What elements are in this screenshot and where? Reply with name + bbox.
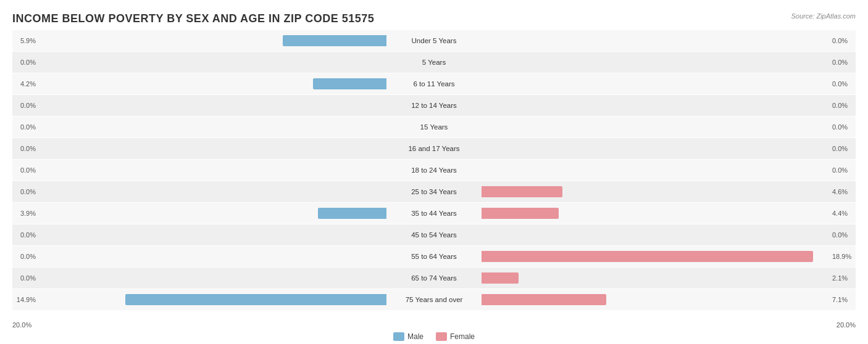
male-value: 0.0%: [12, 123, 36, 131]
female-value: 0.0%: [832, 231, 856, 239]
legend-female: Female: [436, 332, 475, 341]
row-content: 4.2% 6 to 11 Years 0.0%: [12, 73, 856, 94]
female-side: 0.0%: [480, 78, 856, 90]
female-value: 0.0%: [832, 102, 856, 109]
male-value: 0.0%: [12, 145, 36, 152]
male-side: 0.0%: [12, 229, 388, 241]
male-value: 0.0%: [12, 59, 36, 66]
female-side: 0.0%: [480, 99, 856, 112]
female-side: 0.0%: [480, 35, 856, 47]
male-side: 14.9%: [12, 293, 388, 306]
male-bar: [283, 35, 386, 46]
chart-area: 5.9% Under 5 Years 0.0% 0.0% 5 Years: [12, 30, 856, 294]
male-side: 5.9%: [12, 35, 388, 47]
female-side: 2.1%: [480, 272, 856, 284]
row-content: 0.0% 16 and 17 Years 0.0%: [12, 138, 856, 159]
male-bar: [318, 208, 386, 219]
male-side: 0.0%: [12, 186, 388, 198]
row-label: 35 to 44 Years: [388, 210, 480, 217]
female-value: 0.0%: [832, 123, 856, 131]
chart-title: INCOME BELOW POVERTY BY SEX AND AGE IN Z…: [12, 12, 856, 25]
row-content: 0.0% 12 to 14 Years 0.0%: [12, 95, 856, 116]
row-content: 0.0% 65 to 74 Years 2.1%: [12, 268, 856, 289]
male-value: 0.0%: [12, 188, 36, 195]
axis-left: 20.0%: [12, 321, 31, 329]
row-label: 25 to 34 Years: [388, 188, 480, 195]
male-value: 0.0%: [12, 231, 36, 239]
female-value: 4.4%: [832, 210, 856, 217]
male-side: 3.9%: [12, 207, 388, 219]
table-row: 4.2% 6 to 11 Years 0.0%: [12, 73, 856, 94]
female-bar: [482, 272, 519, 284]
row-content: 5.9% Under 5 Years 0.0%: [12, 30, 856, 51]
table-row: 0.0% 45 to 54 Years 0.0%: [12, 224, 856, 245]
legend-female-label: Female: [450, 332, 475, 341]
male-side: 0.0%: [12, 121, 388, 133]
female-value: 18.9%: [832, 253, 856, 260]
table-row: 0.0% 25 to 34 Years 4.6%: [12, 181, 856, 202]
female-side: 0.0%: [480, 121, 856, 133]
male-side: 0.0%: [12, 99, 388, 112]
male-value: 0.0%: [12, 274, 36, 282]
row-label: 6 to 11 Years: [388, 80, 480, 88]
female-value: 0.0%: [832, 145, 856, 152]
row-content: 3.9% 35 to 44 Years 4.4%: [12, 203, 856, 224]
legend-male-box: [393, 332, 404, 341]
table-row: 0.0% 5 Years 0.0%: [12, 52, 856, 73]
axis-labels: 20.0% 20.0%: [12, 321, 856, 329]
male-bar: [313, 78, 386, 89]
female-side: 0.0%: [480, 56, 856, 68]
female-side: 7.1%: [480, 293, 856, 306]
female-value: 2.1%: [832, 274, 856, 282]
row-content: 0.0% 5 Years 0.0%: [12, 52, 856, 73]
male-value: 5.9%: [12, 37, 36, 44]
male-value: 4.2%: [12, 80, 36, 88]
row-content: 0.0% 15 Years 0.0%: [12, 117, 856, 137]
row-content: 0.0% 25 to 34 Years 4.6%: [12, 181, 856, 202]
female-side: 0.0%: [480, 164, 856, 176]
row-label: 5 Years: [388, 59, 480, 66]
table-row: 0.0% 12 to 14 Years 0.0%: [12, 95, 856, 116]
male-side: 0.0%: [12, 272, 388, 284]
table-row: 0.0% 55 to 64 Years 18.9%: [12, 246, 856, 267]
row-label: 15 Years: [388, 123, 480, 131]
row-content: 0.0% 55 to 64 Years 18.9%: [12, 246, 856, 267]
female-side: 0.0%: [480, 229, 856, 241]
row-label: 65 to 74 Years: [388, 274, 480, 282]
row-label: 12 to 14 Years: [388, 102, 480, 109]
male-side: 4.2%: [12, 78, 388, 90]
bottom-area: 20.0% 20.0% Male Female: [12, 320, 856, 341]
row-label: 16 and 17 Years: [388, 145, 480, 152]
table-row: 5.9% Under 5 Years 0.0%: [12, 30, 856, 51]
female-side: 0.0%: [480, 142, 856, 155]
chart-container: INCOME BELOW POVERTY BY SEX AND AGE IN Z…: [0, 0, 868, 344]
female-bar: [482, 208, 559, 219]
male-value: 0.0%: [12, 253, 36, 260]
male-side: 0.0%: [12, 142, 388, 155]
male-value: 14.9%: [12, 296, 36, 303]
row-label: 75 Years and over: [388, 296, 480, 303]
female-value: 7.1%: [832, 296, 856, 303]
female-value: 4.6%: [832, 188, 856, 195]
female-side: 4.4%: [480, 207, 856, 219]
row-label: 45 to 54 Years: [388, 231, 480, 239]
axis-right: 20.0%: [837, 321, 856, 329]
row-label: 55 to 64 Years: [388, 253, 480, 260]
row-content: 14.9% 75 Years and over 7.1%: [12, 289, 856, 310]
table-row: 0.0% 18 to 24 Years 0.0%: [12, 160, 856, 181]
table-row: 0.0% 16 and 17 Years 0.0%: [12, 138, 856, 159]
male-side: 0.0%: [12, 250, 388, 263]
female-side: 4.6%: [480, 186, 856, 198]
male-bar: [125, 294, 386, 305]
legend-female-box: [436, 332, 447, 341]
table-row: 0.0% 65 to 74 Years 2.1%: [12, 268, 856, 289]
row-label: Under 5 Years: [388, 37, 480, 44]
table-row: 3.9% 35 to 44 Years 4.4%: [12, 203, 856, 224]
row-content: 0.0% 18 to 24 Years 0.0%: [12, 160, 856, 181]
female-side: 18.9%: [480, 250, 856, 263]
female-bar: [482, 294, 606, 305]
legend-male-label: Male: [407, 332, 424, 341]
female-value: 0.0%: [832, 37, 856, 44]
male-value: 0.0%: [12, 166, 36, 174]
female-bar: [482, 186, 562, 197]
